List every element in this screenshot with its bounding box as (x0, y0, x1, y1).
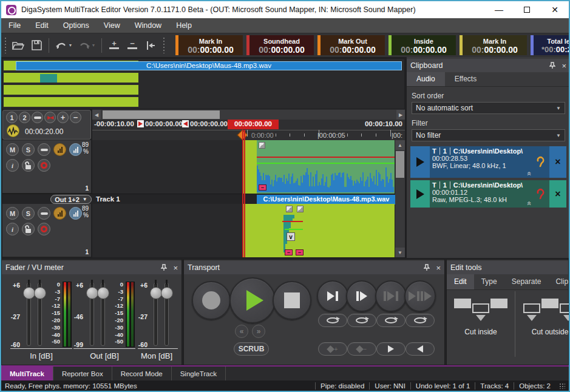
vertical-scroll-thumb[interactable] (396, 151, 404, 178)
resize-grip[interactable] (559, 383, 565, 389)
pin-icon[interactable] (424, 264, 430, 271)
minimize-button[interactable]: — (485, 1, 513, 18)
clipboard-item[interactable]: T1C:\Users\nin\Desktop\ 00:00:28.53 BWF,… (410, 146, 566, 178)
scroll-up-arrow[interactable]: ▲ (395, 140, 405, 150)
zoom-to-marks-button[interactable]: ▶◀ (44, 112, 56, 123)
play-skip-button[interactable] (404, 280, 436, 312)
toolbar-grip[interactable] (4, 38, 7, 53)
out-right-fader[interactable] (101, 283, 105, 346)
track2-solo-button[interactable]: S (22, 207, 35, 220)
listen-button[interactable] (532, 180, 549, 208)
clipboard-item[interactable]: T1C:\Users\nin\Desktop\ 00:00:01.12 Raw,… (410, 180, 566, 208)
record-button[interactable] (192, 281, 231, 320)
fade-handle[interactable] (297, 206, 304, 212)
remove-item-button[interactable]: × (549, 180, 566, 208)
collapse-chevron-icon[interactable]: « (526, 172, 532, 175)
collapse-button[interactable] (32, 112, 43, 123)
close-icon[interactable]: × (436, 264, 441, 272)
tab-singletrack[interactable]: SingleTrack (172, 367, 226, 380)
collapse-chevron-icon[interactable]: « (526, 201, 532, 204)
cut-outside-tool[interactable]: Cut outside (518, 297, 570, 336)
gain-handle[interactable]: − (285, 249, 293, 255)
step-back-button[interactable]: « (235, 325, 248, 338)
loop-button-3[interactable] (376, 314, 405, 327)
loop-button-2[interactable] (347, 314, 376, 327)
waveform-display-button[interactable] (7, 124, 19, 137)
track2-mute-button[interactable]: M (6, 207, 19, 220)
tab-effects[interactable]: Effects (445, 72, 486, 86)
track1-clip[interactable]: − (257, 140, 395, 194)
fader-knob[interactable] (34, 287, 46, 299)
next-marker-button[interactable] (376, 342, 405, 356)
pan-envelope-line[interactable] (257, 163, 395, 164)
add-marker-button[interactable]: + (318, 342, 347, 356)
play-button[interactable] (229, 277, 276, 323)
close-icon[interactable]: × (173, 264, 178, 272)
play-button[interactable] (410, 146, 430, 178)
tab-audio[interactable]: Audio (407, 72, 445, 86)
prev-marker-button[interactable] (405, 342, 435, 356)
menu-window[interactable]: Window (127, 19, 169, 32)
volume-envelope-line[interactable] (282, 221, 303, 222)
volume-envelope-line[interactable] (257, 157, 395, 158)
track2-clip[interactable]: v − − (243, 204, 395, 257)
track1-meter-orange-button[interactable] (53, 143, 66, 156)
undo-button[interactable]: ▼ (52, 37, 75, 54)
mon-right-fader[interactable] (165, 283, 169, 346)
filter-dropdown[interactable]: No filter▼ (412, 129, 565, 141)
horizontal-scroll-thumb[interactable] (103, 110, 220, 119)
track1-name-label[interactable]: Track 1 (96, 195, 120, 203)
listen-button[interactable] (532, 146, 549, 178)
tab-reporter-box[interactable]: Reporter Box (53, 367, 112, 380)
track1-collapse-button[interactable] (38, 143, 50, 156)
fade-handle[interactable] (259, 142, 265, 149)
tab-type[interactable]: Type (474, 274, 504, 289)
pin-icon[interactable] (549, 62, 555, 69)
track1-clip-left-edge[interactable] (243, 140, 257, 194)
menu-file[interactable]: File (1, 19, 28, 32)
close-button[interactable]: ✕ (541, 1, 569, 18)
track1-meter-blue-button[interactable] (69, 143, 82, 156)
scrub-button[interactable]: SCRUB (234, 342, 269, 356)
track1-record-arm-button[interactable] (38, 159, 50, 172)
close-icon[interactable]: × (562, 62, 566, 70)
pan-envelope-line[interactable] (285, 229, 303, 230)
track2-meter-orange-button[interactable] (53, 207, 66, 220)
out-left-fader[interactable] (90, 283, 94, 346)
toolbar-grip[interactable] (162, 38, 165, 53)
fader-knob[interactable] (161, 287, 173, 299)
loop-button-1[interactable] (318, 314, 347, 327)
menu-help[interactable]: Help (169, 19, 199, 32)
remove-item-button[interactable]: × (549, 146, 566, 178)
menu-view[interactable]: View (97, 19, 127, 32)
zoom-out-button[interactable]: − (123, 37, 141, 54)
mon-left-fader[interactable] (154, 283, 158, 346)
vertical-scrollbar[interactable]: ▲ ▼ (395, 140, 405, 257)
play-button[interactable] (410, 180, 430, 208)
save-button[interactable] (27, 37, 46, 54)
track1-info-button[interactable]: i (6, 159, 19, 172)
fade-handle[interactable] (286, 206, 293, 212)
timeline-zoom-out-button[interactable]: − (70, 112, 81, 123)
clip-title-bar[interactable]: C:\Users\nin\Desktop\Maus-48.mp3.wav (257, 195, 396, 204)
project-overview[interactable]: C:\Users\nin\Desktop\Maus-48.mp3.wav (2, 59, 404, 109)
cut-inside-tool[interactable]: Cut inside (449, 297, 512, 336)
in-right-fader[interactable] (38, 283, 42, 346)
scroll-down-arrow[interactable]: ▼ (395, 248, 405, 257)
open-button[interactable] (9, 37, 27, 54)
volume-point-badge[interactable]: v (287, 232, 295, 241)
play-to-mark-button[interactable] (317, 280, 348, 312)
menu-edit[interactable]: Edit (28, 19, 56, 32)
track2-lock-button[interactable] (22, 223, 35, 235)
timeline-zoom-in-button[interactable]: + (57, 112, 69, 123)
play-from-mark-button[interactable] (346, 280, 378, 312)
track1-mute-button[interactable]: M (6, 143, 19, 156)
track1-lock-button[interactable] (22, 159, 35, 172)
zoom-in-button[interactable]: + (105, 37, 123, 54)
fader-knob[interactable] (150, 287, 162, 299)
loop-button-4[interactable] (405, 314, 435, 327)
overview-file-bar[interactable]: C:\Users\nin\Desktop\Maus-48.mp3.wav (16, 61, 402, 70)
gain-handle[interactable]: − (296, 249, 304, 255)
track1-solo-button[interactable]: S (22, 143, 35, 156)
fader-knob[interactable] (23, 287, 35, 299)
